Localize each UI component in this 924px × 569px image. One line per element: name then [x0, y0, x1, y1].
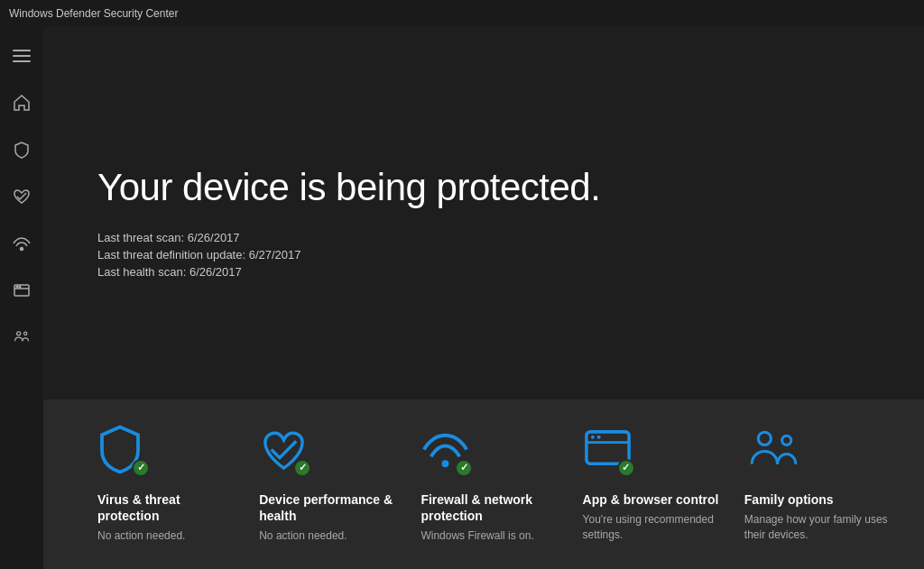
sidebar	[0, 27, 43, 569]
svg-point-6	[16, 286, 18, 288]
stat-definition-update-value: 6/27/2017	[249, 248, 301, 262]
home-icon	[13, 94, 31, 112]
card-family-icon-container	[744, 425, 799, 479]
svg-point-8	[17, 332, 21, 335]
sidebar-item-firewall[interactable]	[0, 224, 43, 263]
stat-threat-scan-label: Last threat scan:	[97, 231, 188, 244]
hero-title: Your device is being protected.	[97, 166, 870, 209]
svg-point-14	[596, 436, 600, 439]
card-family-desc: Manage how your family uses their device…	[744, 512, 888, 543]
app-layout: Your device is being protected. Last thr…	[0, 27, 924, 569]
card-performance-check-badge	[293, 459, 311, 477]
svg-point-7	[19, 286, 21, 288]
hero-stats: Last threat scan: 6/26/2017 Last threat …	[97, 231, 870, 279]
browser-icon	[13, 281, 31, 299]
card-performance-desc: No action needed.	[259, 528, 402, 544]
card-virus[interactable]: Virus & threat protection No action need…	[97, 425, 259, 544]
card-firewall-check-badge	[455, 459, 473, 477]
shield-icon	[13, 141, 31, 159]
svg-point-3	[21, 248, 23, 251]
sidebar-item-shield[interactable]	[0, 130, 43, 170]
sidebar-item-family[interactable]	[0, 317, 43, 357]
card-firewall-icon-container	[420, 425, 475, 479]
title-bar: Windows Defender Security Center	[0, 0, 924, 27]
svg-point-9	[24, 332, 27, 335]
card-firewall[interactable]: Firewall & network protection Windows Fi…	[420, 425, 582, 544]
card-virus-check-badge	[132, 459, 150, 477]
family-icon	[13, 328, 31, 346]
card-browser-check-badge	[617, 459, 635, 477]
card-performance-title: Device performance & health	[259, 491, 402, 524]
cards-section: Virus & threat protection No action need…	[43, 399, 924, 569]
card-family[interactable]: Family options Manage how your family us…	[744, 425, 888, 544]
svg-rect-2	[13, 60, 31, 62]
svg-point-15	[758, 432, 771, 445]
card-virus-icon-container	[97, 425, 152, 479]
card-browser[interactable]: App & browser control You're using recom…	[583, 425, 744, 544]
sidebar-item-browser[interactable]	[0, 271, 43, 310]
stat-definition-update: Last threat definition update: 6/27/2017	[97, 248, 870, 262]
card-virus-title: Virus & threat protection	[97, 491, 241, 524]
card-browser-desc: You're using recommended settings.	[583, 512, 726, 543]
card-firewall-title: Firewall & network protection	[420, 491, 564, 524]
stat-health-scan-value: 6/26/2017	[189, 265, 242, 279]
sidebar-item-health[interactable]	[0, 177, 43, 216]
signal-icon	[13, 234, 31, 252]
svg-point-10	[442, 460, 449, 467]
card-performance[interactable]: Device performance & health No action ne…	[259, 425, 420, 544]
svg-rect-0	[13, 50, 31, 51]
card-virus-desc: No action needed.	[97, 528, 241, 544]
stat-health-scan: Last health scan: 6/26/2017	[97, 265, 870, 279]
main-content: Your device is being protected. Last thr…	[43, 27, 924, 569]
card-family-title: Family options	[744, 491, 888, 508]
menu-icon	[13, 47, 31, 65]
stat-health-scan-label: Last health scan:	[97, 265, 189, 279]
title-bar-text: Windows Defender Security Center	[9, 7, 178, 20]
svg-rect-1	[13, 55, 31, 57]
stat-threat-scan-value: 6/26/2017	[188, 231, 240, 244]
card-browser-title: App & browser control	[583, 491, 726, 508]
stat-definition-update-label: Last threat definition update:	[97, 248, 249, 262]
heart-icon	[13, 188, 31, 206]
card-family-people-icon	[744, 425, 803, 474]
svg-point-13	[590, 436, 594, 439]
card-firewall-desc: Windows Firewall is on.	[420, 528, 564, 544]
sidebar-item-home[interactable]	[0, 83, 43, 123]
sidebar-item-menu[interactable]	[0, 36, 43, 76]
svg-point-16	[781, 436, 790, 445]
hero-section: Your device is being protected. Last thr…	[43, 27, 924, 399]
card-browser-icon-container	[583, 425, 637, 479]
stat-threat-scan: Last threat scan: 6/26/2017	[97, 231, 870, 244]
card-performance-icon-container	[259, 425, 313, 479]
